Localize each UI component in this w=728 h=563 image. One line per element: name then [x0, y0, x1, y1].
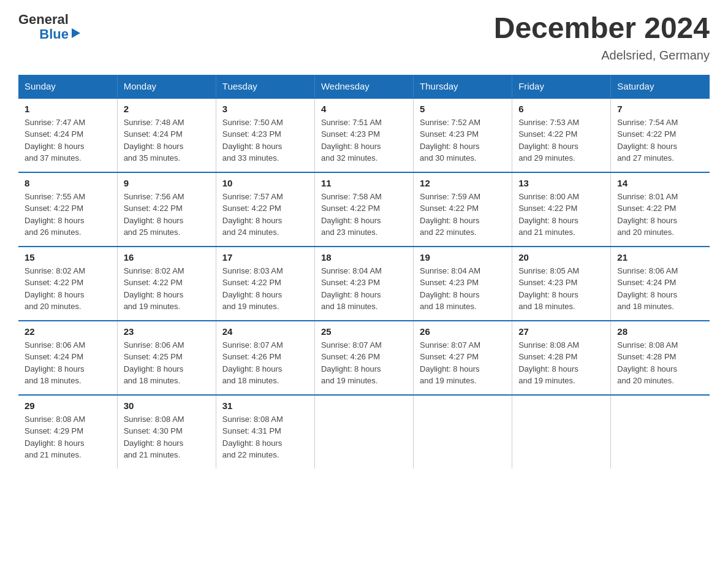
day-number: 22	[25, 326, 111, 337]
day-number: 2	[124, 104, 210, 114]
day-number: 9	[124, 178, 210, 188]
col-tuesday: Tuesday	[216, 75, 314, 98]
day-number: 31	[222, 400, 308, 411]
day-info: Sunrise: 8:08 AM Sunset: 4:31 PM Dayligh…	[222, 413, 308, 461]
day-number: 12	[420, 178, 506, 188]
calendar-cell: 8 Sunrise: 7:55 AM Sunset: 4:22 PM Dayli…	[18, 172, 117, 247]
calendar-cell: 31 Sunrise: 8:08 AM Sunset: 4:31 PM Dayl…	[216, 395, 314, 469]
calendar-cell: 16 Sunrise: 8:02 AM Sunset: 4:22 PM Dayl…	[117, 247, 216, 321]
col-thursday: Thursday	[414, 75, 512, 98]
day-info: Sunrise: 8:07 AM Sunset: 4:26 PM Dayligh…	[222, 339, 308, 387]
calendar-cell: 22 Sunrise: 8:06 AM Sunset: 4:24 PM Dayl…	[18, 321, 117, 395]
day-number: 29	[25, 400, 111, 411]
week-row-1: 1 Sunrise: 7:47 AM Sunset: 4:24 PM Dayli…	[18, 98, 710, 172]
calendar-cell: 10 Sunrise: 7:57 AM Sunset: 4:22 PM Dayl…	[216, 172, 314, 247]
day-info: Sunrise: 8:06 AM Sunset: 4:25 PM Dayligh…	[124, 339, 210, 387]
calendar-cell: 15 Sunrise: 8:02 AM Sunset: 4:22 PM Dayl…	[18, 247, 117, 321]
day-number: 4	[321, 104, 407, 114]
day-info: Sunrise: 8:02 AM Sunset: 4:22 PM Dayligh…	[124, 265, 210, 313]
calendar-cell: 1 Sunrise: 7:47 AM Sunset: 4:24 PM Dayli…	[18, 98, 117, 172]
calendar-cell: 23 Sunrise: 8:06 AM Sunset: 4:25 PM Dayl…	[117, 321, 216, 395]
day-info: Sunrise: 7:59 AM Sunset: 4:22 PM Dayligh…	[420, 191, 506, 239]
day-number: 7	[617, 104, 703, 114]
day-info: Sunrise: 7:52 AM Sunset: 4:23 PM Dayligh…	[420, 117, 506, 164]
day-info: Sunrise: 7:48 AM Sunset: 4:24 PM Dayligh…	[124, 117, 210, 164]
day-number: 15	[25, 252, 111, 262]
day-info: Sunrise: 8:07 AM Sunset: 4:27 PM Dayligh…	[420, 339, 506, 387]
day-info: Sunrise: 8:06 AM Sunset: 4:24 PM Dayligh…	[617, 265, 703, 313]
day-number: 16	[124, 252, 210, 262]
calendar-cell	[611, 395, 710, 469]
day-info: Sunrise: 8:04 AM Sunset: 4:23 PM Dayligh…	[420, 265, 506, 313]
calendar-cell: 3 Sunrise: 7:50 AM Sunset: 4:23 PM Dayli…	[216, 98, 314, 172]
calendar-cell: 18 Sunrise: 8:04 AM Sunset: 4:23 PM Dayl…	[314, 247, 413, 321]
calendar-cell: 26 Sunrise: 8:07 AM Sunset: 4:27 PM Dayl…	[414, 321, 512, 395]
day-info: Sunrise: 8:08 AM Sunset: 4:29 PM Dayligh…	[25, 413, 111, 461]
col-sunday: Sunday	[18, 75, 117, 98]
location: Adelsried, Germany	[494, 48, 710, 63]
day-number: 28	[617, 326, 703, 337]
day-number: 5	[420, 104, 506, 114]
calendar-cell: 19 Sunrise: 8:04 AM Sunset: 4:23 PM Dayl…	[414, 247, 512, 321]
calendar-cell: 13 Sunrise: 8:00 AM Sunset: 4:22 PM Dayl…	[512, 172, 611, 247]
day-number: 10	[222, 178, 308, 188]
logo-triangle-icon	[72, 28, 80, 38]
calendar-table: Sunday Monday Tuesday Wednesday Thursday…	[18, 75, 710, 469]
calendar-cell: 5 Sunrise: 7:52 AM Sunset: 4:23 PM Dayli…	[414, 98, 512, 172]
logo-text: General	[18, 12, 69, 27]
day-info: Sunrise: 7:57 AM Sunset: 4:22 PM Dayligh…	[222, 191, 308, 239]
header-row: Sunday Monday Tuesday Wednesday Thursday…	[18, 75, 710, 98]
day-info: Sunrise: 7:47 AM Sunset: 4:24 PM Dayligh…	[25, 117, 111, 164]
day-number: 18	[321, 252, 407, 262]
day-info: Sunrise: 8:00 AM Sunset: 4:22 PM Dayligh…	[518, 191, 604, 239]
page-header: General Blue December 2024 Adelsried, Ge…	[18, 12, 710, 63]
day-info: Sunrise: 8:08 AM Sunset: 4:28 PM Dayligh…	[617, 339, 703, 387]
month-title: December 2024	[494, 12, 710, 45]
calendar-header: Sunday Monday Tuesday Wednesday Thursday…	[18, 75, 710, 98]
title-block: December 2024 Adelsried, Germany	[494, 12, 710, 63]
calendar-cell	[414, 395, 512, 469]
calendar-cell: 25 Sunrise: 8:07 AM Sunset: 4:26 PM Dayl…	[314, 321, 413, 395]
calendar-cell: 9 Sunrise: 7:56 AM Sunset: 4:22 PM Dayli…	[117, 172, 216, 247]
calendar-cell	[314, 395, 413, 469]
calendar-cell: 2 Sunrise: 7:48 AM Sunset: 4:24 PM Dayli…	[117, 98, 216, 172]
day-number: 20	[518, 252, 604, 262]
day-number: 11	[321, 178, 407, 188]
calendar-cell: 27 Sunrise: 8:08 AM Sunset: 4:28 PM Dayl…	[512, 321, 611, 395]
logo: General Blue	[18, 12, 80, 42]
calendar-cell	[512, 395, 611, 469]
day-info: Sunrise: 7:54 AM Sunset: 4:22 PM Dayligh…	[617, 117, 703, 164]
day-info: Sunrise: 8:02 AM Sunset: 4:22 PM Dayligh…	[25, 265, 111, 313]
logo-blue-text: Blue	[39, 27, 69, 42]
calendar-cell: 21 Sunrise: 8:06 AM Sunset: 4:24 PM Dayl…	[611, 247, 710, 321]
calendar-cell: 11 Sunrise: 7:58 AM Sunset: 4:22 PM Dayl…	[314, 172, 413, 247]
day-number: 3	[222, 104, 308, 114]
day-number: 13	[518, 178, 604, 188]
calendar-cell: 6 Sunrise: 7:53 AM Sunset: 4:22 PM Dayli…	[512, 98, 611, 172]
day-info: Sunrise: 7:53 AM Sunset: 4:22 PM Dayligh…	[518, 117, 604, 164]
calendar-cell: 14 Sunrise: 8:01 AM Sunset: 4:22 PM Dayl…	[611, 172, 710, 247]
day-number: 8	[25, 178, 111, 188]
calendar-cell: 7 Sunrise: 7:54 AM Sunset: 4:22 PM Dayli…	[611, 98, 710, 172]
day-info: Sunrise: 8:05 AM Sunset: 4:23 PM Dayligh…	[518, 265, 604, 313]
day-number: 23	[124, 326, 210, 337]
day-info: Sunrise: 7:58 AM Sunset: 4:22 PM Dayligh…	[321, 191, 407, 239]
week-row-2: 8 Sunrise: 7:55 AM Sunset: 4:22 PM Dayli…	[18, 172, 710, 247]
week-row-5: 29 Sunrise: 8:08 AM Sunset: 4:29 PM Dayl…	[18, 395, 710, 469]
calendar-cell: 24 Sunrise: 8:07 AM Sunset: 4:26 PM Dayl…	[216, 321, 314, 395]
calendar-cell: 30 Sunrise: 8:08 AM Sunset: 4:30 PM Dayl…	[117, 395, 216, 469]
week-row-4: 22 Sunrise: 8:06 AM Sunset: 4:24 PM Dayl…	[18, 321, 710, 395]
col-friday: Friday	[512, 75, 611, 98]
calendar-cell: 29 Sunrise: 8:08 AM Sunset: 4:29 PM Dayl…	[18, 395, 117, 469]
day-number: 30	[124, 400, 210, 411]
col-saturday: Saturday	[611, 75, 710, 98]
day-info: Sunrise: 8:06 AM Sunset: 4:24 PM Dayligh…	[25, 339, 111, 387]
day-info: Sunrise: 8:08 AM Sunset: 4:28 PM Dayligh…	[518, 339, 604, 387]
day-number: 1	[25, 104, 111, 114]
day-number: 21	[617, 252, 703, 262]
day-info: Sunrise: 7:51 AM Sunset: 4:23 PM Dayligh…	[321, 117, 407, 164]
calendar-cell: 17 Sunrise: 8:03 AM Sunset: 4:22 PM Dayl…	[216, 247, 314, 321]
day-number: 25	[321, 326, 407, 337]
col-monday: Monday	[117, 75, 216, 98]
day-info: Sunrise: 7:50 AM Sunset: 4:23 PM Dayligh…	[222, 117, 308, 164]
